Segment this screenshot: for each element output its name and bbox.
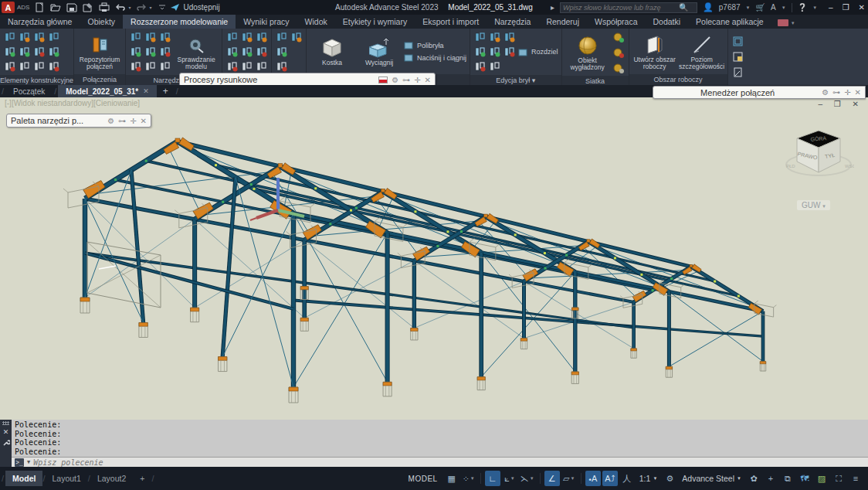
gear-icon[interactable]: ⚙ <box>392 76 398 84</box>
share-button[interactable]: Udostępnij <box>171 3 219 12</box>
ribbon-tool-icon[interactable] <box>158 45 171 58</box>
polar-tracking-icon[interactable]: ⟀▼ <box>502 471 517 486</box>
search-icon[interactable]: 🔍 <box>679 3 688 12</box>
autodesk-account-icon[interactable]: A <box>771 3 776 12</box>
wyciagnij-button[interactable]: Wyciągnij <box>357 36 402 66</box>
ribbon-tool-icon[interactable] <box>255 45 268 58</box>
workspace-menu[interactable]: Advance Steel <box>682 474 734 483</box>
menu-icon[interactable]: ≡ <box>848 471 863 486</box>
ribbon-tool-icon[interactable] <box>488 30 501 43</box>
open-file-icon[interactable] <box>50 2 61 12</box>
ribbon-tab-8[interactable]: Narzędzia <box>487 15 538 29</box>
close-command-icon[interactable]: ✕ <box>3 428 9 436</box>
utworz-obszar-roboczy-button[interactable]: Utwórz obszar roboczy <box>632 33 677 70</box>
obiekt-wygladzony-button[interactable]: Obiekt wygładzony <box>565 34 610 71</box>
file-tab-1[interactable]: Początek <box>5 85 53 97</box>
ribbon-tool-icon[interactable] <box>32 60 46 73</box>
panel-label[interactable]: Elementy konstrukcyjne <box>0 75 73 85</box>
command-input[interactable] <box>33 458 265 467</box>
search-expand-icon[interactable]: ▸ <box>551 3 554 12</box>
ribbon-tool-icon[interactable] <box>32 45 46 58</box>
ribbon-tool-icon[interactable] <box>158 60 171 73</box>
ribbon-tab-11[interactable]: Dodatki <box>646 15 689 29</box>
undo-icon-dropdown[interactable]: ▾ <box>128 5 131 10</box>
ribbon-tool-icon[interactable] <box>3 60 16 73</box>
annotation-autoscale-icon[interactable]: A⤴ <box>602 471 618 486</box>
save-icon[interactable] <box>66 2 77 12</box>
close-icon[interactable]: ✕ <box>855 88 861 97</box>
qat-dropdown-icon[interactable] <box>157 2 168 12</box>
move-icon[interactable]: ✛ <box>414 76 420 84</box>
ribbon-tool-icon[interactable] <box>18 45 31 58</box>
poziom-szczegolowosci-button[interactable]: Poziom szczegółowości <box>680 33 724 70</box>
ribbon-tool-icon[interactable] <box>255 30 268 43</box>
help-dropdown-icon[interactable]: ▼ <box>812 5 817 10</box>
isolate-objects-icon[interactable]: ⧉ <box>780 471 795 486</box>
polibryla-button[interactable]: Polibryła <box>404 40 466 50</box>
redo-icon[interactable] <box>136 2 147 12</box>
ribbon-tool-icon[interactable] <box>144 60 157 73</box>
ribbon-tool-icon[interactable] <box>473 60 487 73</box>
ribbon-tab-10[interactable]: Współpraca <box>587 15 645 29</box>
redo-icon-dropdown[interactable]: ▾ <box>149 5 151 10</box>
ribbon-tool-icon[interactable] <box>129 30 142 43</box>
new-file-icon[interactable] <box>34 2 45 12</box>
pin-icon[interactable]: ⊶ <box>118 117 126 125</box>
layout-tab-layout1[interactable]: Layout1 <box>45 471 87 486</box>
mesh-tool-icon[interactable] <box>612 61 626 74</box>
ribbon-tool-icon[interactable] <box>18 60 31 73</box>
ribbon-tool-icon[interactable] <box>225 30 239 43</box>
command-history[interactable]: Polecenie:Polecenie:Polecenie:Polecenie: <box>12 420 868 457</box>
print-icon[interactable] <box>99 2 110 12</box>
sprawdzanie-modelu-button[interactable]: Sprawdzanie modelu <box>174 33 219 70</box>
pin-icon[interactable]: ⊶ <box>832 88 840 97</box>
panel-label[interactable]: Połączenia <box>74 74 125 85</box>
ribbon-tool-icon[interactable] <box>240 45 253 58</box>
ribbon-tab-1[interactable]: Narzędzia główne <box>0 15 80 29</box>
close-button[interactable]: ✕ <box>859 3 865 12</box>
command-icon[interactable]: >_ <box>15 458 24 467</box>
app-store-icon[interactable]: 🛒 <box>756 3 765 12</box>
move-icon[interactable]: ✛ <box>844 88 850 97</box>
fullscreen-icon[interactable]: ⛶ <box>831 471 846 486</box>
user-dropdown-icon[interactable]: ▼ <box>746 5 751 10</box>
ribbon-tool-icon[interactable] <box>47 60 60 73</box>
ribbon-tab-9[interactable]: Renderuj <box>538 15 587 29</box>
ribbon-tool-icon[interactable] <box>144 30 157 43</box>
customization-gear-icon[interactable]: ✿ <box>746 471 761 486</box>
featured-app-dropdown-icon[interactable]: ▼ <box>791 21 795 26</box>
annotation-scale-icon[interactable]: 人 <box>619 471 635 486</box>
ribbon-tool-icon[interactable] <box>47 45 60 58</box>
view-cube[interactable]: GÓRA PRAWO TYŁ PŁD WSCH GUW ▾ <box>783 124 854 217</box>
ribbon-tool-icon[interactable] <box>473 30 487 43</box>
annotation-scale-value[interactable]: 1:1 <box>639 474 651 483</box>
ribbon-tool-icon[interactable] <box>240 30 253 43</box>
command-input-row[interactable]: >_ ▼ <box>12 457 868 467</box>
ribbon-tool-icon[interactable] <box>488 45 501 58</box>
application-menu-button[interactable]: A <box>2 2 15 13</box>
box-solid-icon[interactable] <box>731 50 744 63</box>
repozytorium-polaczen-button[interactable]: Repozytorium połączeń <box>77 33 122 70</box>
ribbon-tool-icon[interactable] <box>503 30 516 43</box>
ribbon-tool-icon[interactable] <box>129 60 142 73</box>
viewport-window-buttons[interactable]: – ❐ ✕ <box>819 100 863 108</box>
search-input[interactable] <box>563 4 679 12</box>
ribbon-tool-icon[interactable] <box>240 60 253 73</box>
ribbon-tab-2[interactable]: Obiekty <box>80 15 123 29</box>
crosshair-icon[interactable]: + <box>763 471 778 486</box>
file-tab-2[interactable]: Model_2022_05_31*✕ <box>58 85 157 97</box>
ribbon-tool-icon[interactable] <box>47 30 60 43</box>
ribbon-tool-icon[interactable] <box>129 45 142 58</box>
ribbon-tool-icon[interactable] <box>225 60 239 73</box>
featured-app-icon[interactable] <box>778 19 788 26</box>
ribbon-tool-icon[interactable] <box>290 30 303 43</box>
ribbon-tool-icon[interactable] <box>3 30 16 43</box>
ribbon-tool-icon[interactable] <box>275 60 288 73</box>
osnap-3d-icon[interactable]: ▱▼ <box>561 471 577 486</box>
ribbon-tool-icon[interactable] <box>3 45 16 58</box>
gear-icon[interactable]: ⚙ <box>822 88 829 97</box>
graphics-performance-icon[interactable]: 🗺 <box>797 471 812 486</box>
polish-flag-icon[interactable] <box>378 77 388 83</box>
pin-icon[interactable]: ⊶ <box>402 76 410 84</box>
ribbon-tab-7[interactable]: Eksport i import <box>415 15 487 29</box>
